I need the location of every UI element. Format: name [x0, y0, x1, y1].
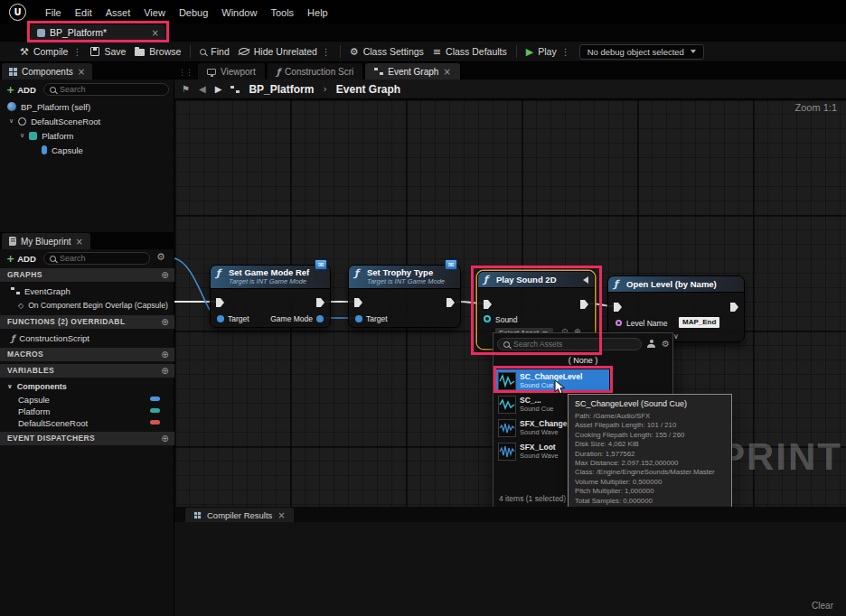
asset-search-input[interactable]	[513, 340, 635, 349]
class-defaults-button[interactable]: ≡ Class Defaults	[433, 46, 507, 58]
variable-row-defaultsceneroot[interactable]: DefaultSceneRoot	[18, 416, 167, 429]
exec-in-pin[interactable]	[216, 298, 224, 307]
menu-edit[interactable]: Edit	[75, 7, 92, 18]
menu-window[interactable]: Window	[221, 7, 257, 18]
gear-icon[interactable]: ⚙	[662, 339, 670, 349]
close-icon[interactable]: ×	[78, 67, 85, 77]
tab-compiler-results[interactable]: Compiler Results ×	[185, 508, 294, 522]
debug-object-label: No debug object selected	[588, 47, 684, 57]
hide-unrelated-options-icon[interactable]: ⋮	[322, 47, 331, 57]
exec-out-pin[interactable]	[580, 300, 588, 309]
overlap-event-row[interactable]: ◇ On Component Begin Overlap (Capsule)	[18, 299, 168, 312]
tab-viewport[interactable]: Viewport	[198, 63, 266, 79]
level-name-pin[interactable]	[616, 320, 622, 326]
add-graph-icon[interactable]: ⊕	[161, 268, 169, 282]
variable-row-capsule[interactable]: Capsule	[18, 393, 167, 406]
sound-pin[interactable]	[484, 315, 491, 322]
compile-button[interactable]: ⚒ Compile ⋮	[20, 46, 81, 58]
scene-root-icon	[18, 117, 26, 126]
browse-button[interactable]: Browse	[135, 46, 181, 57]
node-header: ƒ Open Level (by Name)	[608, 276, 744, 293]
tooltip-line: Disk Size: 4,062 KiB	[575, 440, 725, 449]
tab-event-graph[interactable]: Event Graph ×	[365, 63, 461, 79]
clear-button[interactable]: Clear	[812, 601, 833, 611]
my-blueprint-add-button[interactable]: + ADD	[6, 253, 36, 265]
menu-view[interactable]: View	[144, 7, 165, 18]
play-options-icon[interactable]: ⋮	[561, 47, 570, 57]
component-row-defaultsceneroot[interactable]: ∨ DefaultSceneRoot	[9, 115, 100, 127]
bookmark-icon[interactable]: ⚑	[182, 84, 190, 94]
menu-file[interactable]: File	[45, 7, 61, 18]
graphs-section-header[interactable]: GRAPHS ⊕	[0, 268, 174, 282]
component-row-self[interactable]: BP_Platform (self)	[7, 100, 90, 113]
exec-out-pin[interactable]	[730, 303, 738, 312]
play-button[interactable]: ▶ Play ⋮	[526, 46, 570, 58]
construction-script-row[interactable]: ƒ ConstructionScript	[11, 331, 89, 344]
event-dispatchers-section-header[interactable]: EVENT DISPATCHERS ⊕	[0, 432, 174, 445]
variable-row-platform[interactable]: Platform	[18, 405, 167, 417]
nav-forward-icon[interactable]: ▶	[215, 84, 222, 94]
tab-components[interactable]: Components ×	[2, 63, 92, 79]
chevron-down-icon[interactable]: ∨	[20, 132, 24, 139]
close-icon[interactable]: ×	[443, 67, 450, 77]
exec-out-pin[interactable]	[446, 298, 455, 307]
tab-my-blueprint[interactable]: My Blueprint ×	[2, 233, 90, 249]
node-set-game-mode-ref[interactable]: ƒ Set Game Mode Ref Target is INT Game M…	[210, 265, 331, 328]
menu-asset[interactable]: Asset	[106, 7, 131, 18]
add-variable-icon[interactable]: ⊕	[161, 364, 169, 378]
exec-in-pin[interactable]	[614, 303, 622, 312]
asset-item-sc-changelevel[interactable]: SC_ChangeLevel Sound Cue	[495, 369, 609, 393]
breadcrumb-root[interactable]: BP_Platform	[249, 83, 314, 96]
level-name-value-field[interactable]: MAP_End	[679, 317, 719, 328]
person-icon[interactable]	[647, 340, 655, 348]
asset-name: SFX_Loot	[520, 443, 556, 452]
unreal-logo-icon[interactable]: U	[9, 4, 26, 21]
chevron-down-icon[interactable]: ∨	[7, 383, 13, 390]
chevron-down-icon[interactable]: ∨	[673, 332, 679, 341]
menu-help[interactable]: Help	[307, 7, 328, 18]
menu-tools[interactable]: Tools	[270, 7, 294, 18]
menu-debug[interactable]: Debug	[179, 7, 208, 18]
close-icon[interactable]: ×	[277, 510, 285, 520]
debug-object-select[interactable]: No debug object selected	[579, 44, 704, 60]
exec-in-pin[interactable]	[354, 298, 362, 307]
function-icon: ƒ	[11, 333, 14, 343]
functions-section-header[interactable]: FUNCTIONS (2) OVERRIDABL ⊕	[0, 315, 174, 329]
game-mode-pin[interactable]	[316, 315, 324, 322]
exec-out-pin[interactable]	[316, 298, 324, 307]
tab-construction-script[interactable]: ƒ Construction Scri	[268, 63, 364, 79]
nav-back-icon[interactable]: ◀	[199, 84, 206, 94]
add-function-icon[interactable]: ⊕	[161, 315, 169, 329]
breadcrumb-current[interactable]: Event Graph	[336, 83, 400, 96]
compile-options-icon[interactable]: ⋮	[72, 47, 81, 57]
exec-in-pin[interactable]	[484, 300, 492, 309]
gear-icon[interactable]: ⚙	[156, 251, 165, 263]
target-pin[interactable]	[217, 315, 224, 322]
save-button[interactable]: Save	[90, 46, 126, 57]
components-search-input[interactable]	[60, 85, 163, 94]
event-graph-canvas[interactable]: Zoom 1:1 BLUEPRINT ƒ Set Game Mode Ref T…	[174, 99, 846, 507]
close-icon[interactable]: ×	[152, 28, 159, 38]
target-pin[interactable]	[355, 315, 362, 322]
variables-section-header[interactable]: VARIABLES ⊕	[0, 364, 174, 378]
asset-option-none[interactable]: ( None )	[494, 354, 672, 367]
asset-tab-bp-platform[interactable]: BP_Platform* ×	[31, 24, 165, 41]
components-add-button[interactable]: + ADD	[6, 84, 36, 96]
component-row-capsule[interactable]: Capsule	[42, 144, 83, 156]
find-button[interactable]: Find	[200, 46, 229, 57]
hide-unrelated-button[interactable]: Hide Unrelated ⋮	[239, 46, 331, 57]
component-row-platform[interactable]: ∨ Platform	[20, 129, 74, 142]
eventgraph-row[interactable]: EventGraph	[11, 285, 70, 297]
close-icon[interactable]: ×	[76, 237, 83, 247]
add-event-dispatcher-icon[interactable]: ⊕	[161, 432, 169, 445]
asset-search[interactable]	[497, 338, 642, 350]
add-macro-icon[interactable]: ⊕	[161, 348, 169, 361]
macros-section-header[interactable]: MACROS ⊕	[0, 348, 174, 361]
class-settings-button[interactable]: ⚙ Class Settings	[350, 46, 424, 58]
variables-components-group[interactable]: ∨ Components	[7, 380, 67, 393]
node-set-trophy-type[interactable]: ƒ Set Trophy Type Target is INT Game Mod…	[348, 265, 461, 328]
components-search[interactable]	[43, 83, 169, 96]
my-blueprint-search[interactable]	[43, 252, 150, 265]
my-blueprint-search-input[interactable]	[60, 254, 144, 263]
chevron-down-icon[interactable]: ∨	[9, 117, 14, 125]
